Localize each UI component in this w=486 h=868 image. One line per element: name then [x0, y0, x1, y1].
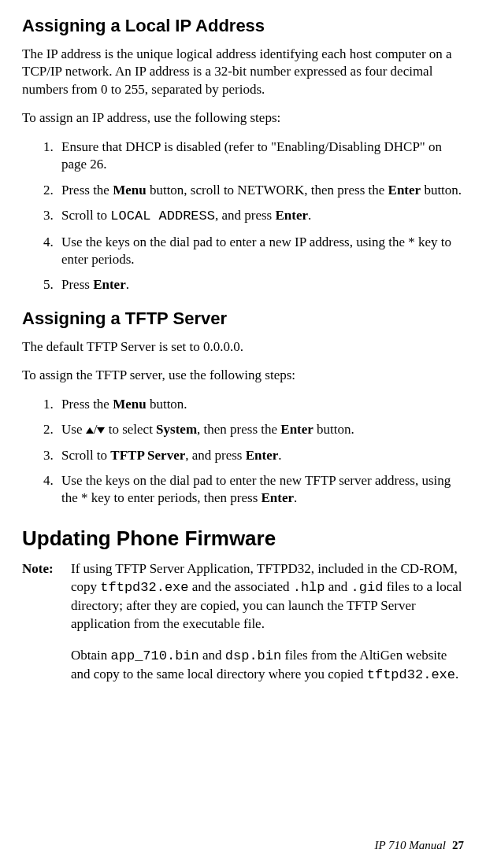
enter-button-label: Enter	[280, 422, 313, 437]
text: and the associated	[189, 579, 293, 594]
text: button.	[421, 183, 462, 198]
step-item: Scroll to TFTP Server, and press Enter.	[57, 447, 464, 464]
text: .	[278, 448, 281, 463]
note-body: If using TFTP Server Application, TFTPD3…	[71, 560, 464, 633]
text: .	[126, 277, 129, 292]
filename-dsp-bin: dsp.bin	[225, 648, 281, 663]
document-page: Assigning a Local IP Address The IP addr…	[0, 0, 486, 868]
enter-button-label: Enter	[262, 490, 295, 505]
file-ext-gid: .gid	[351, 580, 384, 595]
system-menu-label: System	[156, 422, 197, 437]
footer-title: IP 710 Manual	[374, 839, 446, 851]
text: , and press	[215, 208, 275, 223]
text: , then press the	[197, 422, 280, 437]
text: button, scroll to NETWORK, then press th…	[147, 183, 388, 198]
text: .	[294, 490, 297, 505]
step-item: Press the Menu button, scroll to NETWORK…	[57, 182, 464, 199]
step-item: Use the keys on the dial pad to enter th…	[57, 472, 464, 508]
note-label: Note:	[22, 560, 71, 633]
enter-button-label: Enter	[388, 183, 421, 198]
filename-app710-bin: app_710.bin	[111, 648, 199, 663]
enter-button-label: Enter	[246, 448, 279, 463]
text: to select	[105, 422, 156, 437]
heading-assign-local-ip: Assigning a Local IP Address	[22, 16, 464, 36]
enter-button-label: Enter	[275, 208, 308, 223]
tftp-server-menu-label: TFTP Server	[110, 448, 185, 463]
text: and	[325, 579, 351, 594]
note-continuation: Obtain app_710.bin and dsp.bin files fro…	[71, 647, 464, 685]
text: Press the	[61, 183, 113, 198]
text: Obtain	[71, 648, 111, 663]
step-item: Use / to select System, then press the E…	[57, 421, 464, 438]
filename-tftpd32-exe: tftpd32.exe	[367, 667, 455, 682]
text: .	[308, 208, 311, 223]
footer-page-number: 27	[452, 839, 464, 851]
note-block: Note: If using TFTP Server Application, …	[22, 560, 464, 633]
step-item: Use the keys on the dial pad to enter a …	[57, 234, 464, 269]
page-footer: IP 710 Manual27	[374, 839, 464, 852]
para-tftp-intro: The default TFTP Server is set to 0.0.0.…	[22, 338, 464, 356]
text: and	[199, 648, 225, 663]
text: Use the keys on the dial pad to enter th…	[61, 473, 451, 505]
heading-assign-tftp: Assigning a TFTP Server	[22, 308, 464, 329]
menu-button-label: Menu	[113, 183, 147, 198]
arrow-down-icon	[97, 427, 105, 434]
text: Scroll to	[61, 208, 110, 223]
para-tftp-lead: To assign the TFTP server, use the follo…	[22, 367, 464, 384]
arrow-up-icon	[86, 427, 94, 434]
text: Scroll to	[61, 448, 110, 463]
steps-assign-ip: Ensure that DHCP is disabled (refer to "…	[22, 139, 464, 294]
text: Use	[61, 422, 86, 437]
steps-assign-tftp: Press the Menu button. Use / to select S…	[22, 396, 464, 508]
text: Press	[61, 277, 93, 292]
para-ip-lead: To assign an IP address, use the followi…	[22, 109, 464, 127]
para-ip-intro: The IP address is the unique logical add…	[22, 46, 464, 98]
text: .	[455, 667, 458, 681]
text: Press the	[61, 397, 113, 412]
menu-button-label: Menu	[113, 397, 147, 412]
text: button.	[313, 422, 354, 437]
text: , and press	[185, 448, 245, 463]
step-item: Press the Menu button.	[57, 396, 464, 413]
menu-path-local-address: LOCAL ADDRESS	[110, 209, 215, 223]
text: button.	[147, 397, 187, 412]
file-ext-hlp: .hlp	[293, 580, 325, 595]
heading-updating-firmware: Updating Phone Firmware	[22, 526, 464, 551]
filename-tftpd32-exe: tftpd32.exe	[100, 580, 188, 595]
enter-button-label: Enter	[93, 277, 126, 292]
step-item: Press Enter.	[57, 276, 464, 294]
step-item: Scroll to LOCAL ADDRESS, and press Enter…	[57, 207, 464, 225]
step-item: Ensure that DHCP is disabled (refer to "…	[57, 139, 464, 174]
